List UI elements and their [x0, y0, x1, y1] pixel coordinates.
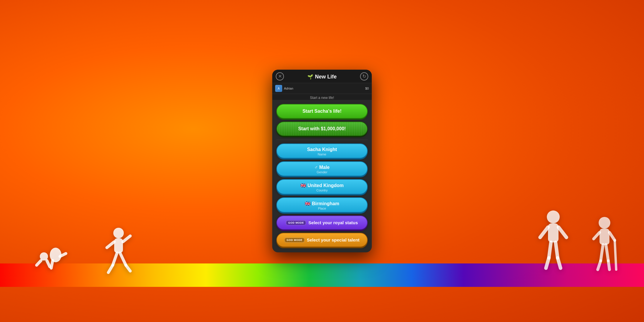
start-life-button[interactable]: Start Sacha's life!: [276, 104, 368, 119]
modal-header: ✕ 🌱 New Life ↻: [272, 70, 372, 83]
name-selector-button[interactable]: Sacha Knight Name: [276, 143, 368, 158]
refresh-button[interactable]: ↻: [360, 72, 368, 80]
title-icon: 🌱: [307, 74, 313, 80]
title-area: 🌱 New Life: [307, 74, 337, 80]
gender-label-text: Male: [319, 165, 330, 170]
close-button[interactable]: ✕: [276, 72, 284, 80]
modal-overlay: ✕ 🌱 New Life ↻ A Adrian $0 Start a new l…: [0, 0, 644, 322]
name-value: Sacha Knight: [307, 147, 337, 152]
gender-selector-button[interactable]: ♂ Male Gender: [276, 161, 368, 176]
name-sublabel: Name: [318, 153, 326, 156]
city-label-text: Birmingham: [312, 201, 339, 206]
city-value: 🇬🇧 Birmingham: [305, 201, 339, 206]
modal-title: New Life: [315, 74, 337, 80]
gender-value: ♂ Male: [314, 165, 330, 170]
city-selector-button[interactable]: 🇬🇧 Birmingham Place: [276, 197, 368, 213]
country-sublabel: Country: [316, 189, 328, 192]
modal-body: Start Sacha's life! Start with $1,000,00…: [272, 100, 372, 252]
avatar: A: [275, 85, 282, 92]
gender-icon: ♂: [314, 165, 318, 170]
gender-sublabel: Gender: [317, 170, 328, 174]
city-sublabel: Place: [318, 207, 326, 210]
talent-mode-badge: GOD MODE: [285, 238, 304, 242]
modal-subtitle: Start a new life!: [272, 94, 372, 100]
country-icon: 🇬🇧: [300, 183, 306, 188]
divider-1: [276, 140, 368, 140]
refresh-icon: ↻: [362, 73, 366, 79]
topbar-left: A Adrian: [275, 85, 293, 92]
royal-label: Select your royal status: [308, 220, 358, 225]
city-icon: 🇬🇧: [305, 201, 311, 206]
modal-topbar: A Adrian $0: [272, 83, 372, 94]
player-name: Adrian: [284, 87, 293, 90]
new-life-modal: ✕ 🌱 New Life ↻ A Adrian $0 Start a new l…: [272, 70, 372, 252]
close-icon: ✕: [278, 73, 282, 79]
player-money: $0: [365, 87, 369, 90]
royal-status-button[interactable]: GOD MODE Select your royal status: [276, 215, 368, 230]
royal-mode-badge: GOD MODE: [286, 220, 306, 225]
talent-label: Select your special talent: [307, 237, 359, 242]
special-talent-button[interactable]: GOD MODE Select your special talent: [276, 233, 368, 247]
country-label-text: United Kingdom: [307, 183, 344, 188]
country-value: 🇬🇧 United Kingdom: [300, 183, 344, 188]
start-million-button[interactable]: Start with $1,000,000!: [276, 121, 368, 136]
country-selector-button[interactable]: 🇬🇧 United Kingdom Country: [276, 179, 368, 194]
